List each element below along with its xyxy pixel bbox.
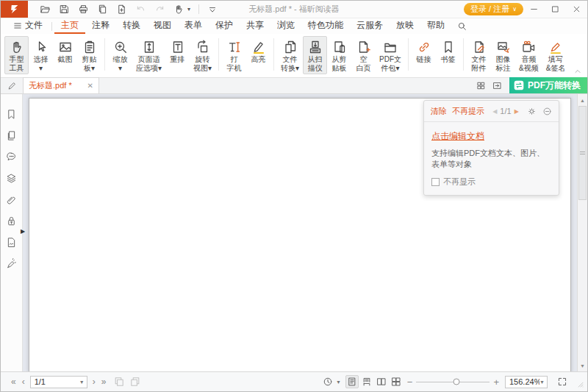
page-box-caret-icon[interactable]: ▼ — [79, 379, 85, 385]
resize-grip[interactable] — [575, 379, 584, 388]
document-viewport[interactable]: 清除 不再提示 ◀ 1/1 ▶ 点击编辑文档 支持编辑PDF文档文本、图片、表单… — [23, 94, 587, 371]
menu-form[interactable]: 表单 — [178, 18, 209, 34]
sidebar-ink-sign[interactable] — [6, 258, 17, 269]
zoom-slider-handle[interactable] — [453, 379, 460, 385]
typewriter-button[interactable]: 打 字机 — [222, 36, 246, 74]
link-button[interactable]: 链接 — [412, 36, 436, 65]
menu-comment[interactable]: 注释 — [85, 18, 116, 34]
assistant-caret-icon[interactable]: ▼ — [336, 379, 341, 385]
page-number-input[interactable] — [35, 377, 79, 386]
zoom-level-input[interactable] — [509, 377, 539, 386]
maximize-button[interactable] — [545, 1, 566, 18]
menu-browse[interactable]: 浏览 — [270, 18, 301, 34]
redo-button[interactable] — [154, 4, 165, 15]
last-page-button[interactable]: » — [98, 377, 110, 387]
zoom-box-caret-icon[interactable]: ▼ — [539, 379, 545, 385]
print-button[interactable] — [78, 4, 89, 15]
menu-features[interactable]: 特色功能 — [301, 18, 350, 34]
close-button[interactable] — [566, 1, 587, 18]
tab-grid-view-button[interactable] — [473, 77, 489, 93]
scroll-up-icon[interactable]: ▲ — [578, 96, 587, 104]
hint-next-icon[interactable]: ▶ — [514, 108, 519, 115]
prev-page-button[interactable]: ‹ — [19, 377, 28, 387]
menu-file[interactable]: 文件 — [7, 18, 49, 34]
edit-document-link[interactable]: 点击编辑文档 — [431, 130, 484, 143]
highlight-button[interactable]: 高亮 — [246, 36, 270, 74]
sidebar-signatures[interactable] — [6, 237, 17, 248]
pdf-portfolio-button[interactable]: PDF文 件包▾ — [376, 36, 405, 74]
quick-tool-button[interactable] — [173, 4, 184, 15]
sidebar-pages[interactable] — [6, 130, 17, 141]
menu-share[interactable]: 共享 — [240, 18, 270, 34]
menu-convert[interactable]: 转换 — [116, 18, 147, 34]
blank-page-button[interactable]: 空 白页 — [351, 36, 376, 74]
view-continuous[interactable] — [360, 375, 373, 388]
vertical-scrollbar[interactable]: ▲ ▼ — [577, 94, 587, 371]
file-attachment-button[interactable]: 文件 附件 — [467, 36, 491, 74]
zoom-slider[interactable] — [416, 377, 490, 387]
bookmark-button[interactable]: 书签 — [436, 36, 460, 65]
minimize-button[interactable] — [523, 1, 545, 18]
sidebar-security[interactable] — [6, 215, 17, 227]
first-page-button[interactable]: « — [8, 377, 19, 387]
file-convert-button[interactable]: 文件 转换▾ — [277, 36, 303, 74]
zoom-out-button[interactable]: − — [404, 377, 417, 388]
hint-minimize-icon[interactable] — [542, 107, 552, 116]
fit-page-button[interactable]: 页面适 应选项▾ — [132, 36, 165, 74]
create-pdf-button[interactable] — [116, 4, 127, 15]
clipboard-button[interactable]: 剪贴 板▾ — [77, 36, 101, 74]
save-button[interactable] — [59, 4, 70, 15]
sidebar-bookmarks[interactable] — [6, 109, 17, 120]
login-button[interactable]: 登录 / 注册 ∨ — [464, 3, 523, 15]
view-facing-continuous[interactable] — [390, 375, 403, 388]
fill-sign-button[interactable]: 填写 &签名 — [542, 36, 570, 74]
quick-tool-caret-icon[interactable]: ▾ — [187, 6, 190, 13]
scrollbar-thumb[interactable] — [578, 106, 587, 200]
hint-settings-icon[interactable] — [527, 107, 537, 116]
zoom-button[interactable]: 缩放 ▾ — [108, 36, 132, 74]
tab-close-icon[interactable]: ✕ — [87, 82, 93, 90]
next-view-button[interactable] — [129, 376, 141, 388]
dont-show-checkbox[interactable] — [431, 178, 440, 186]
audio-video-button[interactable]: 音频 &视频 — [515, 36, 542, 74]
collapse-ribbon-icon[interactable] — [574, 68, 581, 75]
sidebar-expand-handle[interactable]: ▶ — [21, 228, 25, 235]
open-file-button[interactable] — [40, 4, 51, 15]
pdf-convert-button[interactable]: PDF万能转换 — [509, 77, 587, 93]
menu-home[interactable]: 主页 — [54, 18, 85, 34]
hint-prev-icon[interactable]: ◀ — [492, 108, 497, 115]
select-tool-button[interactable]: 选择 ▾ — [29, 36, 53, 74]
menu-help[interactable]: 帮助 — [420, 18, 451, 34]
document-tab[interactable]: 无标题.pdf * ✕ — [23, 77, 99, 93]
menu-slideshow[interactable]: 放映 — [390, 18, 420, 34]
scroll-down-icon[interactable]: ▼ — [578, 361, 587, 370]
menu-protect[interactable]: 保护 — [209, 18, 240, 34]
image-annotation-button[interactable]: 图像 标注 — [491, 36, 515, 74]
sidebar-comments[interactable] — [6, 152, 17, 163]
view-single-page[interactable] — [345, 375, 359, 388]
next-page-button[interactable]: › — [90, 377, 98, 387]
from-scanner-button[interactable]: 从扫 描仪 — [303, 36, 327, 74]
dont-remind-link[interactable]: 不再提示 — [452, 106, 484, 117]
sidebar-layers[interactable] — [6, 173, 17, 184]
customize-toolbar-icon[interactable] — [207, 4, 218, 15]
view-facing[interactable] — [375, 375, 388, 388]
sidebar-attachments[interactable] — [6, 194, 17, 205]
search-button[interactable] — [451, 18, 473, 34]
quick-annotate-button[interactable] — [1, 77, 23, 93]
snapshot-button[interactable]: 截图 — [53, 36, 77, 74]
menu-view[interactable]: 视图 — [147, 18, 178, 34]
reflow-button[interactable]: 重排 — [165, 36, 190, 74]
rotate-view-button[interactable]: 旋转 视图▾ — [190, 36, 215, 74]
assistant-mode-button[interactable] — [321, 375, 334, 388]
clear-link[interactable]: 清除 — [431, 106, 447, 117]
from-clipboard-button[interactable]: 从剪 贴板 — [327, 36, 351, 74]
tab-switch-button[interactable] — [489, 77, 505, 93]
email-doc-button[interactable] — [97, 4, 108, 15]
zoom-in-button[interactable]: + — [490, 377, 503, 388]
fullscreen-button[interactable] — [556, 375, 569, 388]
previous-view-button[interactable] — [113, 376, 125, 388]
undo-button[interactable] — [135, 4, 146, 15]
hand-tool-button[interactable]: 手型 工具 — [4, 36, 29, 74]
menu-cloud[interactable]: 云服务 — [350, 18, 390, 34]
